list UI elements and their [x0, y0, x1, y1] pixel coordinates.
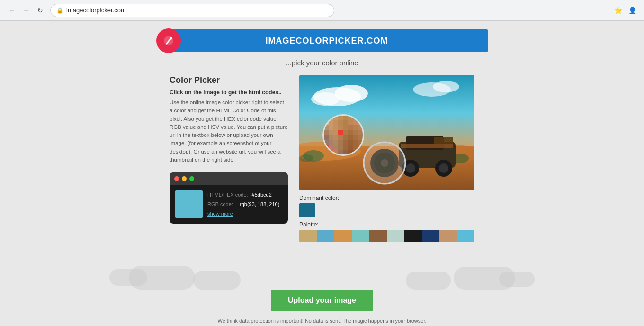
magnifier-cell	[353, 145, 358, 149]
rgb-value: rgb(93, 188, 210)	[240, 201, 279, 207]
magnifier-cell	[358, 135, 362, 140]
magnifier-cell	[353, 125, 358, 130]
magnifier-cell	[338, 145, 343, 149]
hex-label: HTML/HEX code:	[207, 192, 248, 198]
site-name: IMAGECOLORPICKER.COM	[265, 36, 388, 46]
magnifier-cell	[348, 150, 353, 154]
magnifier-cell	[348, 116, 353, 120]
magnifier-cell	[343, 120, 348, 125]
magnifier-cell	[343, 116, 348, 120]
section-description: Use the online image color picker right …	[170, 99, 288, 164]
color-output-terminal: HTML/HEX code: #5dbcd2 RGB code: rgb(93,…	[170, 172, 288, 224]
magnifier-cell	[333, 120, 338, 125]
browser-chrome: ← → ↻ 🔒 imagecolorpicker.com ⭐ 👤	[0, 0, 644, 21]
magnifier-cell	[348, 130, 353, 135]
color-info: HTML/HEX code: #5dbcd2 RGB code: rgb(93,…	[207, 192, 279, 217]
magnifier-cell	[338, 140, 343, 145]
nav-buttons: ← → ↻	[6, 4, 46, 17]
terminal-body: HTML/HEX code: #5dbcd2 RGB code: rgb(93,…	[170, 185, 288, 224]
dominant-label: Dominant color:	[299, 195, 474, 201]
url-text: imagecolorpicker.com	[66, 7, 126, 14]
magnifier-cell	[329, 145, 333, 149]
show-more-link[interactable]: show more	[207, 211, 279, 217]
browser-actions: ⭐ 👤	[612, 4, 638, 17]
palette-color-swatch[interactable]	[457, 230, 474, 242]
header-banner: IMAGECOLORPICKER.COM	[166, 29, 488, 52]
magnifier-cell	[348, 145, 353, 149]
palette-color-swatch[interactable]	[387, 230, 404, 242]
logo-circle	[156, 28, 181, 53]
hex-row: HTML/HEX code: #5dbcd2	[207, 192, 279, 198]
color-results: Dominant color: Palette:	[299, 195, 474, 242]
magnifier-cell	[329, 130, 333, 135]
refresh-button[interactable]: ↻	[34, 4, 46, 17]
right-panel: Dominant color: Palette:	[299, 75, 474, 242]
address-bar[interactable]: 🔒 imagecolorpicker.com	[50, 4, 334, 17]
profile-button[interactable]: 👤	[626, 4, 638, 17]
back-button[interactable]: ←	[6, 4, 18, 17]
magnifier-cell	[353, 140, 358, 145]
svg-point-17	[406, 163, 415, 173]
terminal-dot-green	[189, 176, 194, 181]
magnifier-grid	[324, 116, 363, 154]
magnifier-cell	[333, 116, 338, 120]
magnifier-cell	[333, 145, 338, 149]
color-magnifier	[322, 114, 364, 156]
lock-icon: 🔒	[56, 7, 63, 14]
svg-point-1	[170, 37, 172, 40]
svg-rect-20	[401, 144, 453, 148]
upload-button[interactable]: Upload your image	[271, 290, 373, 311]
magnifier-cell	[329, 125, 333, 130]
palette-color-swatch[interactable]	[439, 230, 457, 242]
palette-color-swatch[interactable]	[317, 230, 334, 242]
dominant-color-swatch	[299, 203, 315, 217]
tagline: ...pick your color online	[0, 59, 644, 67]
magnifier-cell	[358, 130, 362, 135]
rgb-label: RGB code:	[207, 201, 236, 207]
palette-color-swatch[interactable]	[404, 230, 422, 242]
hex-value: #5dbcd2	[252, 192, 272, 198]
magnifier-cell	[343, 150, 348, 154]
site-header: IMAGECOLORPICKER.COM	[0, 21, 644, 56]
magnifier-cell	[343, 140, 348, 145]
palette-color-swatch[interactable]	[422, 230, 439, 242]
magnifier-cell	[353, 120, 358, 125]
magnifier-cell	[338, 130, 343, 135]
magnifier-cell	[333, 150, 338, 154]
page-background: IMAGECOLORPICKER.COM ...pick your color …	[0, 21, 644, 326]
magnifier-cell	[338, 135, 343, 140]
magnifier-cell	[343, 130, 348, 135]
magnifier-cell	[324, 125, 329, 130]
magnifier-cell	[338, 150, 343, 154]
magnifier-cell	[329, 135, 333, 140]
magnifier-cell	[329, 120, 333, 125]
section-title: Color Picker	[170, 75, 288, 85]
palette-color-swatch[interactable]	[299, 230, 317, 242]
logo-icon	[162, 34, 175, 47]
extensions-button[interactable]: ⭐	[612, 4, 624, 17]
left-panel: Color Picker Click on the image to get t…	[170, 75, 288, 224]
palette-color-swatch[interactable]	[352, 230, 369, 242]
palette-swatches	[299, 230, 474, 242]
palette-color-swatch[interactable]	[334, 230, 352, 242]
magnifier-cell	[343, 135, 348, 140]
forward-button[interactable]: →	[20, 4, 32, 17]
magnifier-cell	[343, 145, 348, 149]
palette-label: Palette:	[299, 221, 474, 228]
magnifier-cell	[333, 135, 338, 140]
terminal-dot-red	[174, 176, 179, 181]
section-subtitle: Click on the image to get the html codes…	[170, 89, 288, 96]
magnifier-cell	[348, 135, 353, 140]
magnifier-cell	[348, 125, 353, 130]
svg-point-19	[439, 163, 448, 173]
magnifier-cell	[343, 125, 348, 130]
magnifier-cell	[353, 130, 358, 135]
palette-color-swatch[interactable]	[369, 230, 387, 242]
svg-point-7	[433, 81, 459, 92]
magnifier-cell	[333, 140, 338, 145]
magnifier-cell	[333, 130, 338, 135]
magnifier-cell	[348, 120, 353, 125]
main-image-area[interactable]	[299, 75, 474, 190]
svg-point-5	[311, 92, 340, 106]
magnifier-cell	[324, 130, 329, 135]
